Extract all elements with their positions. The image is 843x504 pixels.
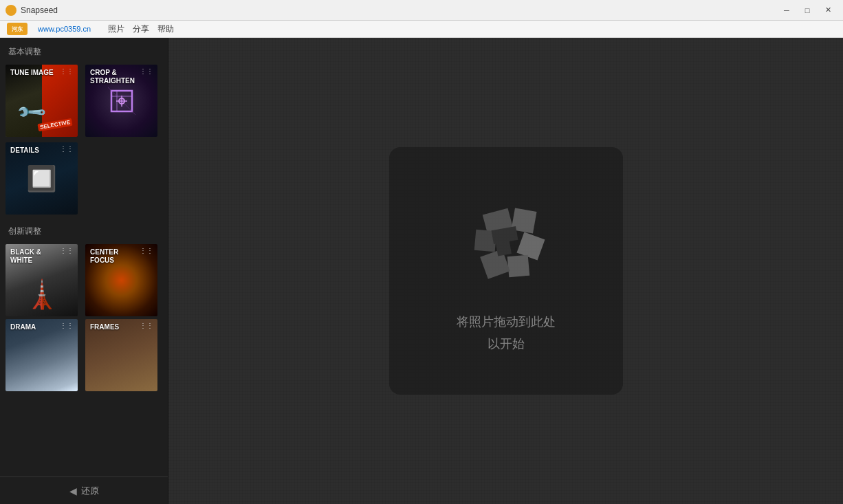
details-grip-icon: ⋮⋮ bbox=[60, 145, 74, 153]
crop-straighten-svg bbox=[105, 84, 139, 118]
tool-drama[interactable]: DRAMA ⋮⋮ bbox=[6, 319, 78, 391]
drop-zone[interactable]: 将照片拖动到此处 以开始 bbox=[389, 147, 623, 395]
watermark-site: www.pc0359.cn bbox=[38, 25, 91, 33]
section-basic-label: 基本调整 bbox=[0, 38, 168, 62]
close-button[interactable]: ✕ bbox=[818, 3, 837, 17]
details-icon: 🔲 bbox=[26, 164, 57, 193]
restore-bar[interactable]: ◀ 还原 bbox=[0, 476, 168, 504]
details-tools-single: 🔲 DETAILS ⋮⋮ bbox=[0, 140, 168, 217]
menu-bar: 河东 www.pc0359.cn 照片 分享 帮助 bbox=[0, 21, 843, 38]
crop-straighten-label: CROP &STRAIGHTEN bbox=[90, 69, 135, 85]
section-creative-label: 创新调整 bbox=[0, 217, 168, 241]
tool-details[interactable]: 🔲 DETAILS ⋮⋮ bbox=[6, 142, 78, 215]
menu-share[interactable]: 分享 bbox=[133, 23, 149, 35]
tune-image-label: TUNE IMAGE bbox=[10, 69, 54, 77]
tune-grip-icon: ⋮⋮ bbox=[60, 67, 74, 75]
center-focus-label: CENTERFOCUS bbox=[90, 248, 118, 265]
maximize-button[interactable]: □ bbox=[798, 3, 817, 17]
app-title: Snapseed bbox=[21, 6, 777, 15]
tower-icon: 🗼 bbox=[25, 278, 59, 311]
main-content[interactable]: 将照片拖动到此处 以开始 bbox=[168, 38, 843, 504]
frames-label: FRAMES bbox=[90, 323, 119, 331]
drop-text: 将照片拖动到此处 以开始 bbox=[457, 311, 556, 355]
tool-frames[interactable]: FRAMES ⋮⋮ bbox=[85, 319, 157, 391]
frames-grip-icon: ⋮⋮ bbox=[140, 322, 153, 329]
minimize-button[interactable]: ─ bbox=[777, 3, 796, 17]
snapseed-logo bbox=[451, 187, 561, 297]
tool-black-white[interactable]: 🗼 BLACK &WHITE ⋮⋮ bbox=[6, 244, 78, 316]
bw-grip-icon: ⋮⋮ bbox=[60, 247, 74, 254]
details-label: DETAILS bbox=[10, 146, 39, 155]
restore-arrow-icon: ◀ bbox=[69, 485, 77, 496]
sidebar: 基本调整 🔧 SELECTIVE TUNE IMAGE ⋮⋮ bbox=[0, 38, 168, 504]
main-layout: 基本调整 🔧 SELECTIVE TUNE IMAGE ⋮⋮ bbox=[0, 38, 843, 504]
menu-help[interactable]: 帮助 bbox=[157, 23, 174, 35]
drama-label: DRAMA bbox=[10, 323, 36, 331]
app-icon bbox=[6, 5, 17, 16]
watermark-logo: 河东 bbox=[7, 23, 28, 35]
black-white-label: BLACK &WHITE bbox=[10, 248, 41, 265]
drama-grip-icon: ⋮⋮ bbox=[60, 322, 74, 329]
drop-line-2: 以开始 bbox=[457, 333, 556, 355]
basic-tools-grid: 🔧 SELECTIVE TUNE IMAGE ⋮⋮ bbox=[0, 62, 168, 140]
window-controls: ─ □ ✕ bbox=[777, 3, 837, 17]
focus-grip-icon: ⋮⋮ bbox=[140, 247, 153, 254]
titlebar: Snapseed ─ □ ✕ bbox=[0, 0, 843, 21]
menu-photo[interactable]: 照片 bbox=[108, 23, 124, 35]
tool-crop-straighten[interactable]: CROP &STRAIGHTEN ⋮⋮ bbox=[85, 65, 157, 137]
restore-label: 还原 bbox=[81, 485, 99, 497]
creative-tools-grid: 🗼 BLACK &WHITE ⋮⋮ CENTERFOCUS ⋮⋮ DRAM bbox=[0, 241, 168, 394]
tool-center-focus[interactable]: CENTERFOCUS ⋮⋮ bbox=[85, 244, 157, 316]
drop-line-1: 将照片拖动到此处 bbox=[457, 311, 556, 333]
crop-grip-icon: ⋮⋮ bbox=[140, 67, 153, 75]
tool-tune-image[interactable]: 🔧 SELECTIVE TUNE IMAGE ⋮⋮ bbox=[6, 65, 78, 137]
svg-rect-10 bbox=[507, 254, 529, 277]
menu-items: 照片 分享 帮助 bbox=[108, 23, 174, 35]
